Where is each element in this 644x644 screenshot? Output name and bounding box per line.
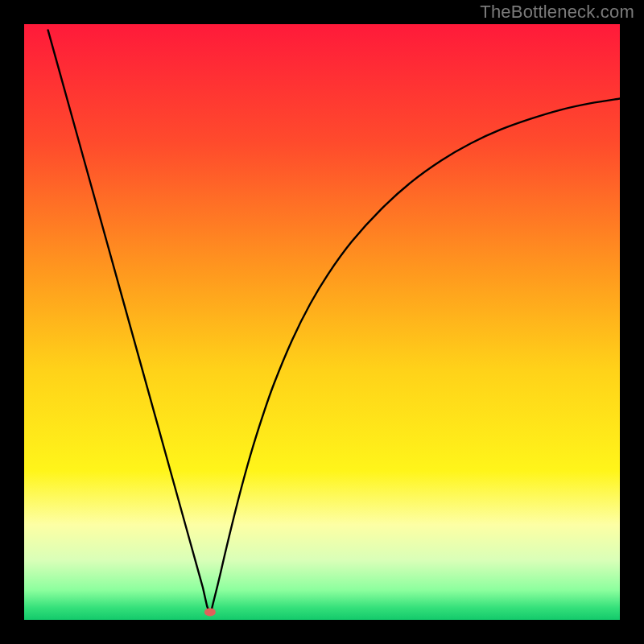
attribution-text: TheBottleneck.com bbox=[480, 2, 634, 23]
optimum-marker bbox=[204, 608, 216, 616]
gradient-background bbox=[24, 24, 620, 620]
bottleneck-chart bbox=[24, 24, 620, 620]
chart-frame: TheBottleneck.com bbox=[0, 0, 644, 644]
